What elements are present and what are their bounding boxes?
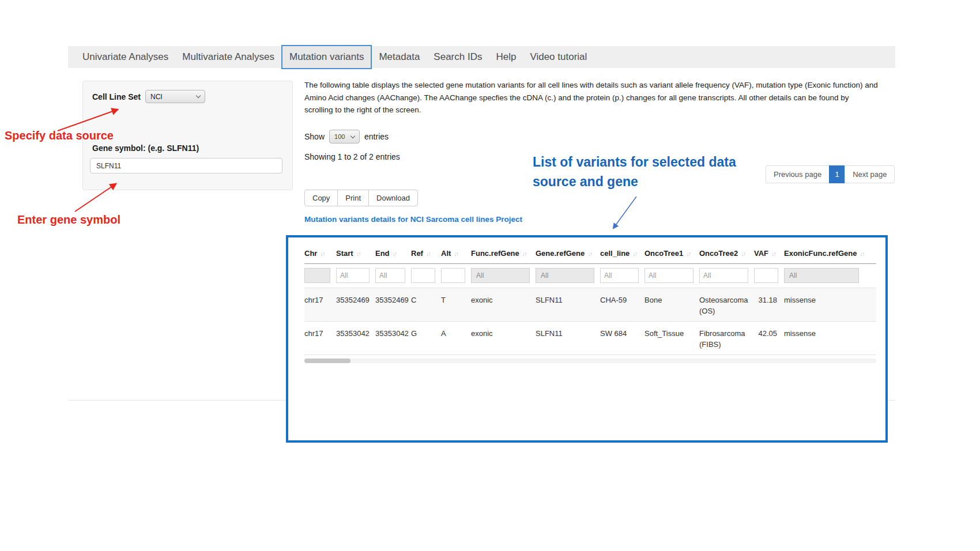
column-label: Chr — [304, 249, 317, 258]
entries-per-page-select[interactable]: 100 — [329, 130, 360, 144]
print-button[interactable]: Print — [337, 190, 369, 206]
cell-alt: A — [441, 322, 471, 354]
filter-cell-vaf — [754, 268, 784, 283]
column-label: OncoTree2 — [699, 249, 738, 258]
annotation-list-of-variants: List of variants for selected data sourc… — [533, 152, 762, 191]
gene-symbol-label: Gene symbol: (e.g. SLFN11) — [92, 144, 199, 153]
table-filter-row: AllAllAll — [304, 264, 876, 288]
cell-oncotree2: Fibrosarcoma (FIBS) — [699, 322, 754, 354]
cell-exonicfunc-refgene: missense — [784, 288, 865, 321]
main-nav: Univariate AnalysesMultivariate Analyses… — [68, 46, 895, 68]
horizontal-scrollbar[interactable] — [304, 358, 876, 363]
column-header-alt[interactable]: Alt↓↑ — [441, 244, 471, 263]
query-panel: Cell Line Set NCI Gene symbol: (e.g. SLF… — [82, 81, 293, 190]
filter-cell-func-refgene: All — [471, 268, 536, 283]
filter-cell-end — [375, 268, 411, 283]
filter-input-cell-line[interactable] — [600, 268, 639, 283]
column-label: ExonicFunc.refGene — [784, 249, 857, 258]
variants-table-container: Chr↓↑Start↓↑End↓↑Ref↓↑Alt↓↑Func.refGene↓… — [286, 235, 888, 443]
tab-metadata[interactable]: Metadata — [372, 46, 427, 68]
column-header-func-refgene[interactable]: Func.refGene↓↑ — [471, 244, 536, 263]
tab-mutation-variants[interactable]: Mutation variants — [281, 45, 372, 69]
tab-multivariate-analyses[interactable]: Multivariate Analyses — [175, 46, 281, 68]
cell-gene-refgene: SLFN11 — [536, 288, 600, 321]
column-header-vaf[interactable]: VAF↓↑ — [754, 244, 784, 263]
filter-select-func-refgene[interactable]: All — [471, 268, 530, 283]
table-body: chr173535246935352469CTexonicSLFN11CHA-5… — [304, 288, 876, 355]
cell-start: 35352469 — [336, 288, 375, 321]
annotation-enter-gene-symbol: Enter gene symbol — [17, 213, 120, 227]
cell-func-refgene: exonic — [471, 288, 536, 321]
filter-select-chr[interactable] — [304, 268, 330, 283]
table-row-1: chr173535246935352469CTexonicSLFN11CHA-5… — [304, 288, 876, 322]
chevron-down-icon — [196, 93, 201, 98]
column-label: VAF — [754, 249, 768, 258]
copy-button[interactable]: Copy — [304, 190, 338, 206]
cell-line-set-label: Cell Line Set — [92, 92, 141, 101]
cell-end: 35353042 — [375, 322, 411, 354]
cell-ref: C — [411, 288, 441, 321]
filter-select-exonicfunc-refgene[interactable]: All — [784, 268, 859, 283]
show-label: Show — [304, 132, 325, 141]
gene-symbol-input[interactable] — [90, 158, 282, 173]
column-label: cell_line — [600, 249, 630, 258]
column-header-oncotree1[interactable]: OncoTree1↓↑ — [644, 244, 699, 263]
column-header-end[interactable]: End↓↑ — [375, 244, 411, 263]
column-label: Ref — [411, 249, 423, 258]
showing-entries-status: Showing 1 to 2 of 2 entries — [304, 152, 400, 161]
filter-input-start[interactable] — [336, 268, 370, 283]
pagination: Previous page 1 Next page — [766, 165, 895, 183]
filter-input-alt[interactable] — [441, 268, 465, 283]
filter-input-oncotree2[interactable] — [699, 268, 748, 283]
column-header-cell-line[interactable]: cell_line↓↑ — [600, 244, 644, 263]
filter-input-end[interactable] — [375, 268, 405, 283]
annotation-specify-data-source: Specify data source — [5, 129, 114, 142]
export-button-group: CopyPrintDownload — [304, 190, 418, 206]
cell-line-set-row: Cell Line Set NCI — [92, 90, 205, 103]
filter-cell-gene-refgene: All — [536, 268, 600, 283]
chevron-down-icon — [350, 133, 355, 138]
sort-icon: ↓↑ — [587, 250, 593, 257]
sort-icon: ↓↑ — [686, 250, 691, 257]
filter-cell-start — [336, 268, 375, 283]
column-header-ref[interactable]: Ref↓↑ — [411, 244, 441, 263]
filter-cell-oncotree2 — [699, 268, 754, 283]
show-entries-control: Show 100 entries — [304, 130, 389, 144]
cell-ref: G — [411, 322, 441, 354]
filter-select-gene-refgene[interactable]: All — [536, 268, 594, 283]
table-caption-link[interactable]: Mutation variants details for NCI Sarcom… — [304, 215, 522, 224]
column-header-oncotree2[interactable]: OncoTree2↓↑ — [699, 244, 754, 263]
next-page-button[interactable]: Next page — [845, 165, 895, 183]
previous-page-button[interactable]: Previous page — [766, 165, 830, 183]
scrollbar-thumb[interactable] — [304, 358, 350, 363]
sort-icon: ↓↑ — [522, 250, 527, 257]
filter-cell-oncotree1 — [644, 268, 699, 283]
column-header-start[interactable]: Start↓↑ — [336, 244, 375, 263]
tab-help[interactable]: Help — [489, 46, 523, 68]
column-header-exonicfunc-refgene[interactable]: ExonicFunc.refGene↓↑ — [784, 244, 865, 263]
arrow-to-variants-table — [613, 197, 636, 228]
current-page-button[interactable]: 1 — [829, 165, 845, 183]
download-button[interactable]: Download — [368, 190, 418, 206]
filter-cell-cell-line — [600, 268, 644, 283]
filter-input-vaf[interactable] — [754, 268, 778, 283]
filter-cell-chr — [304, 268, 336, 283]
cell-cell-line: SW 684 — [600, 322, 644, 354]
cell-end: 35352469 — [375, 288, 411, 321]
filter-input-oncotree1[interactable] — [644, 268, 693, 283]
cell-oncotree1: Soft_Tissue — [644, 322, 699, 354]
cell-vaf: 31.18 — [754, 288, 784, 321]
tab-video-tutorial[interactable]: Video tutorial — [523, 46, 594, 68]
tab-univariate-analyses[interactable]: Univariate Analyses — [76, 46, 175, 68]
table-header-row: Chr↓↑Start↓↑End↓↑Ref↓↑Alt↓↑Func.refGene↓… — [304, 244, 876, 264]
tab-search-ids[interactable]: Search IDs — [427, 46, 489, 68]
column-label: End — [375, 249, 390, 258]
cell-line-set-select[interactable]: NCI — [145, 90, 205, 103]
cell-chr: chr17 — [304, 288, 336, 321]
filter-input-ref[interactable] — [411, 268, 435, 283]
column-header-gene-refgene[interactable]: Gene.refGene↓↑ — [536, 244, 600, 263]
column-label: Alt — [441, 249, 451, 258]
sort-icon: ↓↑ — [860, 250, 865, 257]
column-label: Gene.refGene — [536, 249, 585, 258]
column-header-chr[interactable]: Chr↓↑ — [304, 244, 336, 263]
